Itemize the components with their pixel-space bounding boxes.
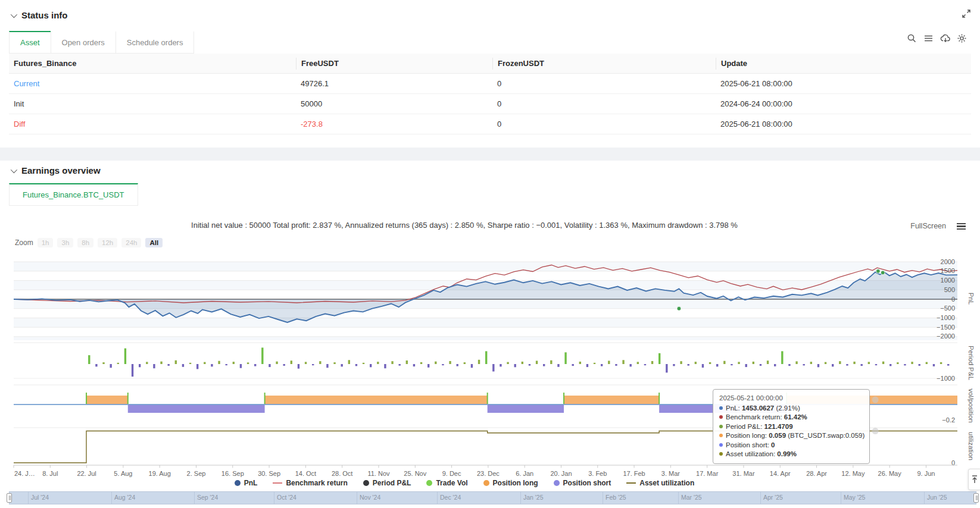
legend-item-asset-utilization[interactable]: Asset utilization: [626, 479, 694, 487]
period-pnl-bar: [117, 363, 119, 364]
x-tick-label: 5. Aug: [114, 470, 132, 477]
period-pnl-bar: [564, 352, 566, 364]
navigator-month-tick: [28, 492, 29, 504]
period-pnl-bar: [153, 364, 155, 368]
bullet-icon: [719, 425, 723, 428]
col-header: Futures_Binance: [9, 59, 296, 68]
navigator-month-label: May '25: [844, 494, 865, 501]
current-link[interactable]: Current: [9, 79, 296, 88]
table-header-row: Futures_Binance FreeUSDT FrozenUSDT Upda…: [9, 54, 971, 74]
y-tick-label: 1500: [941, 267, 955, 274]
x-tick-label: 26. May: [878, 470, 902, 477]
zoom-3h-button[interactable]: 3h: [57, 238, 73, 247]
period-pnl-bar: [919, 364, 920, 366]
period-pnl-bar: [146, 362, 148, 364]
period-pnl-bar: [312, 364, 314, 365]
collapse-chevron-icon[interactable]: [11, 166, 17, 173]
period-pnl-bar: [536, 360, 538, 364]
search-icon[interactable]: [907, 33, 917, 43]
zoom-8h-button[interactable]: 8h: [77, 238, 93, 247]
legend-label: Period P&L: [373, 479, 411, 487]
expand-icon[interactable]: [961, 8, 972, 19]
period-pnl-bar: [810, 362, 812, 364]
zoom-12h-button[interactable]: 12h: [98, 238, 117, 247]
period-pnl-bar: [139, 364, 141, 367]
chart-stats-line: Initial net value : 50000 Total profit: …: [0, 221, 929, 230]
chart-menu-icon[interactable]: [957, 221, 966, 231]
chart-navigator[interactable]: Jul '24Aug '24Sep '24Oct '24Nov '24Dec '…: [9, 491, 976, 504]
period-pnl-bar: [890, 364, 891, 366]
period-pnl-bar: [832, 364, 834, 366]
period-pnl-bar: [175, 360, 177, 364]
legend-swatch: [554, 480, 560, 486]
period-pnl-bar: [218, 361, 220, 364]
scroll-to-top-button[interactable]: [968, 469, 980, 490]
tab-asset[interactable]: Asset: [9, 31, 51, 54]
bullet-icon: [719, 415, 723, 419]
period-pnl-bar: [579, 362, 581, 364]
navigator-left-handle[interactable]: [7, 493, 12, 503]
cloud-download-icon[interactable]: [940, 33, 950, 43]
period-pnl-bar: [933, 364, 935, 366]
collapse-chevron-icon[interactable]: [11, 11, 17, 17]
gear-icon[interactable]: [957, 33, 967, 43]
y-tick-label: 500: [944, 286, 955, 293]
axis-title: vol/position: [967, 388, 975, 423]
period-pnl-bar: [651, 361, 653, 364]
period-pnl-bar: [377, 362, 379, 364]
period-pnl-bar: [413, 364, 415, 366]
y-tick-label: 2000: [941, 258, 955, 265]
period-pnl-bar: [702, 364, 704, 368]
zoom-24h-button[interactable]: 24h: [121, 238, 141, 247]
period-pnl-bar: [825, 362, 826, 364]
period-pnl-bar: [637, 362, 639, 364]
legend-item-period-p-l[interactable]: Period P&L: [363, 479, 411, 487]
x-tick-label: 22. Jul: [77, 470, 96, 477]
tab-futures-binance-btc-usdt[interactable]: Futures_Binance.BTC_USDT: [9, 183, 138, 206]
x-tick-label: 28. Apr: [806, 470, 827, 477]
legend-item-position-long[interactable]: Position long: [483, 479, 538, 487]
status-info-card: Status info Asset Open orders Schedule o…: [0, 0, 980, 148]
legend-item-pnl[interactable]: PnL: [235, 479, 258, 487]
navigator-month-label: Feb '25: [606, 494, 626, 501]
period-pnl-bar: [586, 364, 588, 367]
tab-schedule-orders[interactable]: Schedule orders: [116, 31, 195, 54]
y-tick-label: −500: [940, 305, 955, 312]
legend-item-trade-vol[interactable]: Trade Vol: [426, 479, 467, 487]
period-pnl-bar: [608, 360, 610, 364]
period-pnl-bar: [442, 364, 444, 365]
chart-tooltip: 2025-05-21 00:00:00 PnL: 1453.0627 (2.91…: [713, 389, 870, 464]
list-icon[interactable]: [923, 33, 934, 43]
x-tick-label: 9. Jun: [917, 470, 935, 477]
axis-title: utilization: [967, 432, 975, 460]
period-pnl-bar: [904, 364, 906, 365]
fullscreen-button[interactable]: FullScreen: [910, 222, 946, 230]
period-pnl-bar: [182, 364, 184, 367]
period-pnl-bar: [189, 363, 191, 364]
legend-item-position-short[interactable]: Position short: [554, 479, 611, 487]
y-tick-label: −1500: [937, 324, 955, 331]
x-tick-label: 14. Apr: [770, 470, 791, 477]
legend-item-benchmark-return[interactable]: Benchmark return: [273, 479, 347, 487]
period-pnl-bar: [261, 347, 263, 364]
period-pnl-bar: [673, 364, 675, 366]
period-pnl-bar: [456, 364, 458, 366]
cell: 2024-06-24 00:00:00: [716, 99, 971, 108]
legend-swatch: [483, 480, 489, 486]
zoom-all-button[interactable]: All: [145, 238, 163, 247]
legend-label: Trade Vol: [436, 479, 467, 487]
position-long-bar: [86, 396, 128, 404]
status-info-header: Status info: [11, 10, 68, 20]
period-pnl-bar: [319, 361, 321, 364]
tab-open-orders[interactable]: Open orders: [51, 31, 116, 54]
period-pnl-bar: [348, 360, 350, 364]
bullet-icon: [719, 406, 723, 410]
period-pnl-bar: [435, 362, 436, 364]
period-pnl-bar: [204, 362, 205, 364]
cell: Init: [9, 99, 296, 108]
navigator-right-handle[interactable]: [973, 493, 979, 503]
period-pnl-bar: [875, 364, 877, 365]
navigator-month-label: Apr '25: [763, 494, 783, 501]
bullet-icon: [719, 452, 723, 456]
zoom-1h-button[interactable]: 1h: [38, 238, 54, 247]
